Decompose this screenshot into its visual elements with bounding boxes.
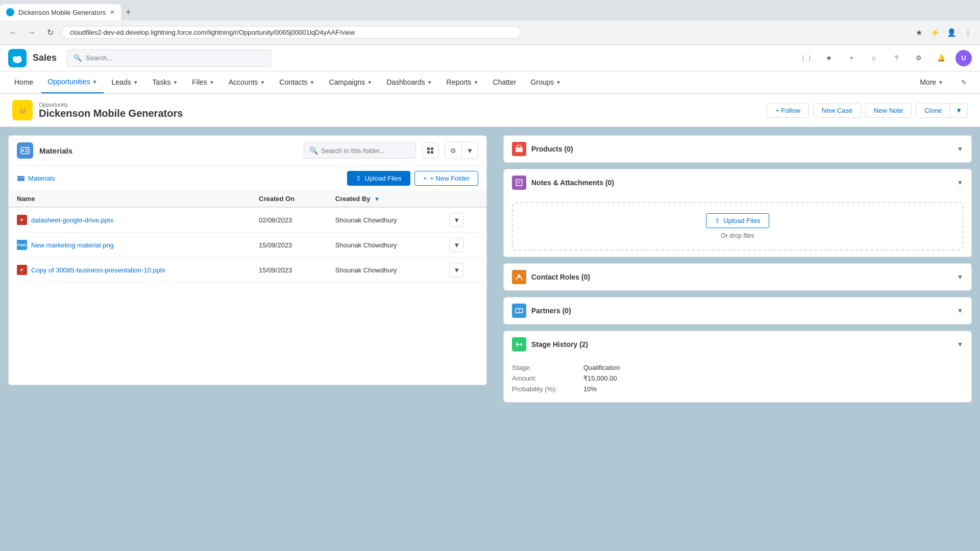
- partners-chevron-icon: ▼: [957, 307, 963, 314]
- new-tab-button[interactable]: +: [121, 5, 135, 19]
- clone-button[interactable]: Clone: [916, 104, 950, 117]
- stage-history-body: Stage: Qualification Amount: ₹15,000.00 …: [504, 358, 971, 402]
- new-note-button[interactable]: New Note: [865, 103, 912, 118]
- svg-point-1: [13, 56, 18, 60]
- partners-header[interactable]: Partners (0) ▼: [504, 297, 971, 324]
- tab-close-button[interactable]: ✕: [110, 9, 115, 16]
- file-link[interactable]: P Copy of 30085-business-presentation-10…: [17, 265, 242, 275]
- home-icon[interactable]: ⌂: [866, 50, 882, 66]
- stage-history-header[interactable]: Stage History (2) ▼: [504, 331, 971, 358]
- new-folder-button[interactable]: + + New Folder: [414, 171, 478, 186]
- sort-icon: ▼: [374, 196, 380, 202]
- materials-icon: [17, 142, 33, 159]
- amount-label: Amount:: [512, 374, 583, 382]
- new-folder-label: + New Folder: [430, 174, 470, 182]
- file-name: Copy of 30085-business-presentation-10.p…: [31, 266, 165, 274]
- record-actions: + Follow New Case New Note Clone ▼: [767, 103, 968, 118]
- nav-tasks[interactable]: Tasks ▼: [146, 71, 184, 93]
- products-widget-header[interactable]: Products (0) ▼: [504, 136, 971, 162]
- record-title-area: 👑 Opportunity Dickenson Mobile Generator…: [12, 100, 183, 120]
- nav-reports[interactable]: Reports ▼: [440, 71, 485, 93]
- user-avatar[interactable]: U: [955, 50, 972, 66]
- extensions-icon[interactable]: ⚡: [929, 27, 941, 39]
- file-created-on: 15/09/2023: [251, 258, 327, 283]
- folder-add-icon: +: [423, 174, 427, 182]
- row-action-button[interactable]: ▼: [450, 238, 464, 252]
- follow-button[interactable]: + Follow: [767, 103, 809, 118]
- grid-view-button[interactable]: [422, 142, 438, 159]
- record-labels: Opportunity Dickenson Mobile Generators: [39, 102, 183, 119]
- chevron-down-icon: ▼: [310, 80, 315, 85]
- reload-button[interactable]: ↻: [43, 26, 57, 40]
- salesforce-logo[interactable]: [8, 49, 27, 67]
- row-action-button[interactable]: ▼: [450, 213, 464, 227]
- menu-icon[interactable]: ⋮: [962, 27, 974, 39]
- materials-widget: Materials 🔍 ⚙: [8, 135, 487, 385]
- breadcrumb-label: Materials: [28, 174, 55, 182]
- nav-home[interactable]: Home: [8, 71, 39, 93]
- settings-dropdown-button[interactable]: ▼: [461, 142, 478, 159]
- notes-upload-area[interactable]: ⇧ Upload Files Or drop files: [512, 202, 963, 251]
- record-icon: 👑: [12, 100, 33, 120]
- stage-history-title: Stage History (2): [531, 340, 957, 348]
- nav-chatter[interactable]: Chatter: [487, 71, 523, 93]
- partners-icon: [512, 304, 526, 318]
- global-search[interactable]: 🔍: [67, 49, 271, 67]
- materials-title: Materials: [39, 146, 298, 155]
- search-input[interactable]: [86, 54, 264, 62]
- nav-dashboards[interactable]: Dashboards ▼: [380, 71, 438, 93]
- partners-widget: Partners (0) ▼: [503, 297, 972, 324]
- bookmark-icon[interactable]: ★: [913, 27, 925, 39]
- nav-contacts[interactable]: Contacts ▼: [273, 71, 321, 93]
- bell-icon[interactable]: 🔔: [933, 50, 949, 66]
- back-button[interactable]: ←: [6, 26, 20, 40]
- file-name-cell: P datasheet-google-drive.pptx: [9, 207, 251, 233]
- file-type-icon: P: [17, 215, 27, 225]
- clone-dropdown-button[interactable]: ▼: [950, 104, 967, 117]
- file-link[interactable]: PNG New marketing material.png: [17, 240, 242, 250]
- new-case-button[interactable]: New Case: [813, 103, 861, 118]
- settings-icon[interactable]: ⚙: [911, 50, 927, 66]
- file-created-by: Shounak Chowdhury: [327, 233, 442, 258]
- file-name-cell: PNG New marketing material.png: [9, 233, 251, 258]
- col-created-on: Created On: [251, 191, 327, 207]
- help-icon[interactable]: ?: [888, 50, 904, 66]
- svg-rect-10: [431, 147, 433, 150]
- forward-button[interactable]: →: [24, 26, 39, 40]
- settings-button[interactable]: ⚙: [445, 142, 461, 159]
- chevron-down-icon: ▼: [92, 79, 97, 85]
- nav-files[interactable]: Files ▼: [186, 71, 220, 93]
- file-link[interactable]: P datasheet-google-drive.pptx: [17, 215, 242, 225]
- nav-more[interactable]: More ▼: [914, 71, 949, 93]
- notes-upload-button[interactable]: ⇧ Upload Files: [706, 213, 769, 228]
- folder-search[interactable]: 🔍: [304, 142, 416, 159]
- breadcrumb-materials[interactable]: Materials: [17, 174, 55, 183]
- topnav-right: ⋮⋮ ★ + ⌂ ? ⚙ 🔔 U: [798, 50, 972, 66]
- contact-roles-header[interactable]: Contact Roles (0) ▼: [504, 264, 971, 290]
- row-action-button[interactable]: ▼: [450, 263, 464, 277]
- nav-opportunities[interactable]: Opportunities ▼: [41, 71, 103, 93]
- favorites-icon[interactable]: ★: [821, 50, 837, 66]
- chevron-down-icon: ▼: [173, 80, 178, 85]
- nav-groups-label: Groups: [530, 78, 554, 86]
- url-field[interactable]: [61, 26, 521, 39]
- profile-icon[interactable]: 👤: [945, 27, 958, 39]
- add-icon[interactable]: +: [843, 50, 860, 66]
- nav-leads-label: Leads: [112, 78, 131, 86]
- folder-search-input[interactable]: [321, 147, 410, 155]
- browser-tab[interactable]: Dickenson Mobile Generators ✕: [0, 4, 121, 20]
- tab-title: Dickenson Mobile Generators: [18, 9, 106, 16]
- nav-groups[interactable]: Groups ▼: [524, 71, 567, 93]
- address-bar: ← → ↻ ★ ⚡ 👤 ⋮: [0, 20, 980, 45]
- apps-grid-icon[interactable]: ⋮⋮: [798, 50, 815, 66]
- contact-roles-widget: Contact Roles (0) ▼: [503, 263, 972, 291]
- nav-campaigns[interactable]: Campaigns ▼: [323, 71, 378, 93]
- edit-nav-icon[interactable]: ✎: [955, 74, 972, 90]
- notes-widget-header[interactable]: Notes & Attachments (0) ▼: [504, 169, 971, 196]
- chevron-down-icon: ▼: [209, 80, 214, 85]
- nav-leads[interactable]: Leads ▼: [106, 71, 144, 93]
- table-row: P datasheet-google-drive.pptx 02/08/2023…: [9, 207, 486, 233]
- nav-home-label: Home: [14, 78, 33, 86]
- upload-files-button[interactable]: ⇧ Upload Files: [347, 171, 410, 186]
- nav-accounts[interactable]: Accounts ▼: [223, 71, 272, 93]
